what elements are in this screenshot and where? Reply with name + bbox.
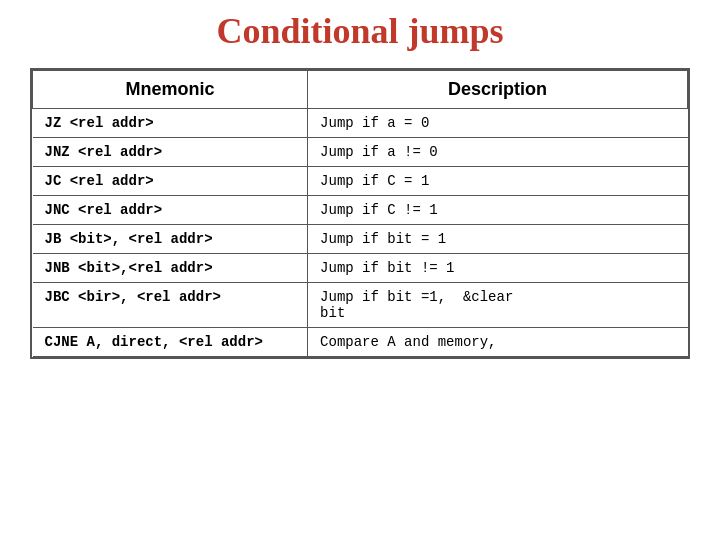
cell-mnemonic: JBC <bir>, <rel addr> [33, 283, 308, 328]
cell-description: Jump if C != 1 [308, 196, 688, 225]
cell-description: Jump if bit = 1 [308, 225, 688, 254]
cell-description: Jump if a = 0 [308, 109, 688, 138]
jumps-table: Mnemonic Description JZ <rel addr>Jump i… [32, 70, 688, 357]
table-row: JNZ <rel addr>Jump if a != 0 [33, 138, 688, 167]
cell-mnemonic: JNZ <rel addr> [33, 138, 308, 167]
table-row: JBC <bir>, <rel addr>Jump if bit =1, &cl… [33, 283, 688, 328]
cell-mnemonic: JNB <bit>,<rel addr> [33, 254, 308, 283]
page-container: Conditional jumps Mnemonic Description J… [0, 0, 720, 540]
page-title: Conditional jumps [216, 10, 503, 52]
table-row: JZ <rel addr>Jump if a = 0 [33, 109, 688, 138]
cell-description: Jump if C = 1 [308, 167, 688, 196]
header-mnemonic: Mnemonic [33, 71, 308, 109]
cell-mnemonic: JZ <rel addr> [33, 109, 308, 138]
table-row: CJNE A, direct, <rel addr>Compare A and … [33, 328, 688, 357]
cell-description: Compare A and memory, [308, 328, 688, 357]
cell-description: Jump if a != 0 [308, 138, 688, 167]
cell-mnemonic: CJNE A, direct, <rel addr> [33, 328, 308, 357]
table-row: JB <bit>, <rel addr>Jump if bit = 1 [33, 225, 688, 254]
main-table-wrapper: Mnemonic Description JZ <rel addr>Jump i… [30, 68, 690, 359]
header-description: Description [308, 71, 688, 109]
cell-description: Jump if bit != 1 [308, 254, 688, 283]
table-row: JC <rel addr>Jump if C = 1 [33, 167, 688, 196]
table-body: JZ <rel addr>Jump if a = 0JNZ <rel addr>… [33, 109, 688, 357]
table-row: JNB <bit>,<rel addr>Jump if bit != 1 [33, 254, 688, 283]
table-row: JNC <rel addr>Jump if C != 1 [33, 196, 688, 225]
table-header-row: Mnemonic Description [33, 71, 688, 109]
cell-mnemonic: JC <rel addr> [33, 167, 308, 196]
cell-mnemonic: JB <bit>, <rel addr> [33, 225, 308, 254]
cell-description: Jump if bit =1, &clear bit [308, 283, 688, 328]
cell-mnemonic: JNC <rel addr> [33, 196, 308, 225]
